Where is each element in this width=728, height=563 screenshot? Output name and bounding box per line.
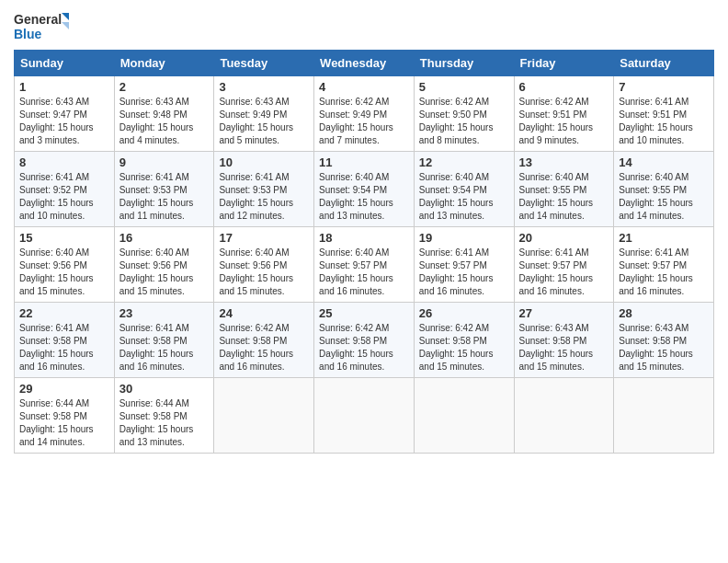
calendar-cell [214,378,314,454]
calendar-cell: 15Sunrise: 6:40 AMSunset: 9:56 PMDayligh… [15,227,115,303]
calendar-cell: 10Sunrise: 6:41 AMSunset: 9:53 PMDayligh… [214,152,314,227]
day-number: 22 [19,306,109,320]
calendar-cell: 7Sunrise: 6:41 AMSunset: 9:51 PMDaylight… [614,76,714,152]
day-info: Sunrise: 6:40 AMSunset: 9:54 PMDaylight:… [319,171,409,223]
day-info: Sunrise: 6:40 AMSunset: 9:56 PMDaylight:… [119,247,210,298]
calendar-cell [314,378,415,454]
calendar-cell: 2Sunrise: 6:43 AMSunset: 9:48 PMDaylight… [114,76,214,152]
calendar-cell: 26Sunrise: 6:42 AMSunset: 9:58 PMDayligh… [414,303,514,378]
day-number: 28 [619,306,709,320]
calendar-cell: 25Sunrise: 6:42 AMSunset: 9:58 PMDayligh… [314,303,415,378]
calendar-cell: 24Sunrise: 6:42 AMSunset: 9:58 PMDayligh… [214,303,314,378]
calendar-cell: 16Sunrise: 6:40 AMSunset: 9:56 PMDayligh… [114,227,214,303]
day-info: Sunrise: 6:41 AMSunset: 9:51 PMDaylight:… [619,96,709,147]
calendar-cell: 3Sunrise: 6:43 AMSunset: 9:49 PMDaylight… [214,76,314,152]
day-number: 9 [119,155,210,169]
day-number: 15 [19,231,109,245]
day-info: Sunrise: 6:43 AMSunset: 9:48 PMDaylight:… [119,96,210,147]
day-number: 18 [319,231,409,245]
day-info: Sunrise: 6:41 AMSunset: 9:57 PMDaylight:… [619,247,709,298]
calendar-cell: 6Sunrise: 6:42 AMSunset: 9:51 PMDaylight… [514,76,614,152]
column-header-friday: Friday [514,51,614,76]
calendar-table: SundayMondayTuesdayWednesdayThursdayFrid… [14,50,714,454]
column-header-monday: Monday [114,51,214,76]
day-info: Sunrise: 6:40 AMSunset: 9:56 PMDaylight:… [19,247,109,298]
day-number: 29 [19,382,109,396]
column-header-sunday: Sunday [15,51,115,76]
day-info: Sunrise: 6:44 AMSunset: 9:58 PMDaylight:… [19,397,109,449]
calendar-week-row: 8Sunrise: 6:41 AMSunset: 9:52 PMDaylight… [15,152,714,227]
day-info: Sunrise: 6:42 AMSunset: 9:58 PMDaylight:… [419,322,509,373]
calendar-cell: 18Sunrise: 6:40 AMSunset: 9:57 PMDayligh… [314,227,415,303]
calendar-cell: 28Sunrise: 6:43 AMSunset: 9:58 PMDayligh… [614,303,714,378]
day-number: 27 [519,306,609,320]
day-number: 4 [319,80,409,94]
day-info: Sunrise: 6:40 AMSunset: 9:56 PMDaylight:… [219,247,309,298]
column-header-tuesday: Tuesday [214,51,314,76]
calendar-week-row: 29Sunrise: 6:44 AMSunset: 9:58 PMDayligh… [15,378,714,454]
day-info: Sunrise: 6:43 AMSunset: 9:49 PMDaylight:… [219,96,309,147]
calendar-cell: 9Sunrise: 6:41 AMSunset: 9:53 PMDaylight… [114,152,214,227]
logo-svg: GeneralBlue [14,9,69,44]
calendar-cell: 4Sunrise: 6:42 AMSunset: 9:49 PMDaylight… [314,76,415,152]
day-number: 17 [219,231,309,245]
day-info: Sunrise: 6:41 AMSunset: 9:53 PMDaylight:… [119,171,210,223]
day-number: 2 [119,80,210,94]
calendar-cell: 1Sunrise: 6:43 AMSunset: 9:47 PMDaylight… [15,76,115,152]
day-info: Sunrise: 6:42 AMSunset: 9:49 PMDaylight:… [319,96,409,147]
day-number: 7 [619,80,709,94]
day-number: 12 [419,155,509,169]
logo: GeneralBlue [14,9,69,44]
calendar-cell: 5Sunrise: 6:42 AMSunset: 9:50 PMDaylight… [414,76,514,152]
column-header-saturday: Saturday [614,51,714,76]
calendar-cell: 23Sunrise: 6:41 AMSunset: 9:58 PMDayligh… [114,303,214,378]
day-number: 3 [219,80,309,94]
day-info: Sunrise: 6:41 AMSunset: 9:58 PMDaylight:… [19,322,109,373]
day-number: 11 [319,155,409,169]
calendar-cell: 27Sunrise: 6:43 AMSunset: 9:58 PMDayligh… [514,303,614,378]
calendar-week-row: 22Sunrise: 6:41 AMSunset: 9:58 PMDayligh… [15,303,714,378]
day-info: Sunrise: 6:41 AMSunset: 9:52 PMDaylight:… [19,171,109,223]
day-number: 24 [219,306,309,320]
calendar-week-row: 1Sunrise: 6:43 AMSunset: 9:47 PMDaylight… [15,76,714,152]
day-number: 14 [619,155,709,169]
calendar-cell [514,378,614,454]
day-info: Sunrise: 6:40 AMSunset: 9:54 PMDaylight:… [419,171,509,223]
svg-text:General: General [14,12,62,27]
day-number: 19 [419,231,509,245]
day-number: 23 [119,306,210,320]
day-info: Sunrise: 6:40 AMSunset: 9:55 PMDaylight:… [619,171,709,223]
svg-text:Blue: Blue [14,27,42,41]
day-number: 6 [519,80,609,94]
calendar-cell: 22Sunrise: 6:41 AMSunset: 9:58 PMDayligh… [15,303,115,378]
calendar-cell: 29Sunrise: 6:44 AMSunset: 9:58 PMDayligh… [15,378,115,454]
svg-marker-2 [62,13,69,20]
calendar-cell [414,378,514,454]
day-number: 20 [519,231,609,245]
day-info: Sunrise: 6:44 AMSunset: 9:58 PMDaylight:… [119,397,210,449]
day-info: Sunrise: 6:41 AMSunset: 9:57 PMDaylight:… [519,247,609,298]
svg-marker-3 [62,22,69,29]
day-number: 21 [619,231,709,245]
calendar-cell: 14Sunrise: 6:40 AMSunset: 9:55 PMDayligh… [614,152,714,227]
day-number: 30 [119,382,210,396]
calendar-cell: 30Sunrise: 6:44 AMSunset: 9:58 PMDayligh… [114,378,214,454]
page-header: GeneralBlue [14,9,714,44]
day-info: Sunrise: 6:43 AMSunset: 9:47 PMDaylight:… [19,96,109,147]
calendar-cell: 12Sunrise: 6:40 AMSunset: 9:54 PMDayligh… [414,152,514,227]
day-info: Sunrise: 6:40 AMSunset: 9:55 PMDaylight:… [519,171,609,223]
calendar-cell: 8Sunrise: 6:41 AMSunset: 9:52 PMDaylight… [15,152,115,227]
column-header-wednesday: Wednesday [314,51,415,76]
calendar-cell: 20Sunrise: 6:41 AMSunset: 9:57 PMDayligh… [514,227,614,303]
calendar-cell: 11Sunrise: 6:40 AMSunset: 9:54 PMDayligh… [314,152,415,227]
day-number: 16 [119,231,210,245]
day-info: Sunrise: 6:40 AMSunset: 9:57 PMDaylight:… [319,247,409,298]
calendar-header-row: SundayMondayTuesdayWednesdayThursdayFrid… [15,51,714,76]
day-info: Sunrise: 6:42 AMSunset: 9:58 PMDaylight:… [319,322,409,373]
calendar-week-row: 15Sunrise: 6:40 AMSunset: 9:56 PMDayligh… [15,227,714,303]
calendar-cell: 13Sunrise: 6:40 AMSunset: 9:55 PMDayligh… [514,152,614,227]
calendar-cell: 17Sunrise: 6:40 AMSunset: 9:56 PMDayligh… [214,227,314,303]
day-info: Sunrise: 6:43 AMSunset: 9:58 PMDaylight:… [519,322,609,373]
day-info: Sunrise: 6:41 AMSunset: 9:58 PMDaylight:… [119,322,210,373]
day-number: 8 [19,155,109,169]
